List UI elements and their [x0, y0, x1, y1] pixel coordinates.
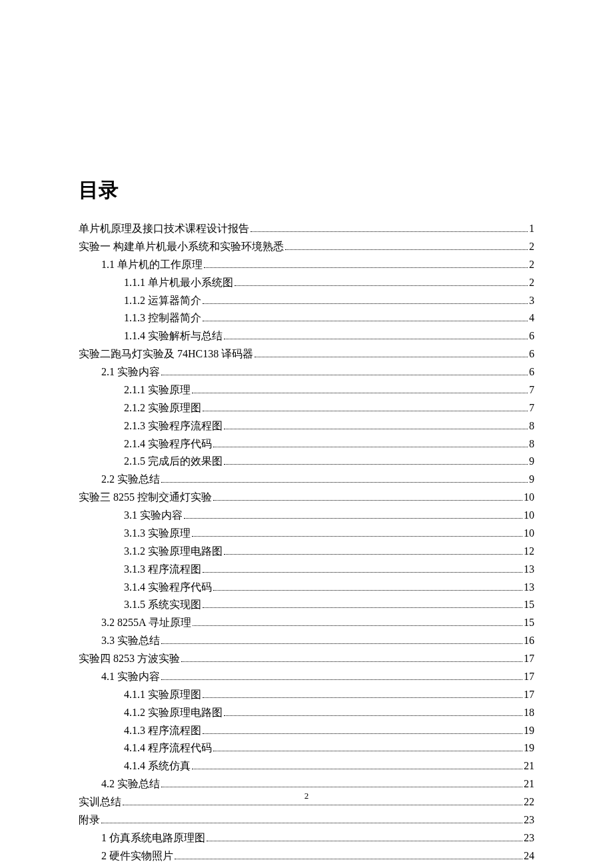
toc-leader-dots [161, 643, 522, 644]
toc-entry-page: 6 [529, 363, 534, 381]
toc-entry-page: 17 [524, 668, 534, 686]
toc-entry[interactable]: 实验二跑马灯实验及 74HC138 译码器6 [79, 345, 534, 363]
toc-entry[interactable]: 单片机原理及接口技术课程设计报告1 [79, 220, 534, 238]
toc-entry[interactable]: 2.1 实验内容6 [79, 363, 534, 381]
toc-entry-page: 3 [529, 292, 534, 310]
toc-entry-page: 8 [529, 435, 534, 453]
toc-entry[interactable]: 2.1.3 实验程序流程图8 [79, 417, 534, 435]
toc-entry[interactable]: 3.1.3 程序流程图13 [79, 561, 534, 579]
toc-entry[interactable]: 2 硬件实物照片24 [79, 847, 534, 865]
toc-entry-label: 3.1.2 实验原理电路图 [124, 543, 223, 561]
toc-leader-dots [184, 518, 522, 519]
toc-entry[interactable]: 3.2 8255A 寻址原理15 [79, 614, 534, 632]
toc-leader-dots [203, 321, 528, 321]
toc-entry-page: 8 [529, 417, 534, 435]
toc-entry-label: 4.1.3 程序流程图 [124, 722, 201, 740]
toc-leader-dots [207, 841, 522, 841]
toc-entry[interactable]: 1 仿真系统电路原理图23 [79, 829, 534, 847]
toc-entry[interactable]: 3.1.4 实验程序代码13 [79, 579, 534, 597]
toc-entry[interactable]: 4.1.3 程序流程图19 [79, 722, 534, 740]
toc-leader-dots [123, 805, 522, 805]
toc-leader-dots [204, 267, 528, 268]
toc-entry-label: 实验三 8255 控制交通灯实验 [79, 489, 212, 507]
toc-entry-page: 19 [524, 722, 534, 740]
toc-entry-label: 3.2 8255A 寻址原理 [101, 614, 191, 632]
toc-entry-page: 2 [529, 238, 534, 256]
toc-entry-label: 单片机原理及接口技术课程设计报告 [79, 220, 249, 238]
toc-leader-dots [161, 375, 528, 375]
toc-entry[interactable]: 1.1.3 控制器简介4 [79, 309, 534, 327]
toc-entry-label: 实验一 构建单片机最小系统和实验环境熟悉 [79, 238, 284, 256]
toc-leader-dots [255, 357, 528, 357]
toc-entry-label: 2.2 实验总结 [101, 471, 160, 489]
toc-entry-label: 实验四 8253 方波实验 [79, 650, 180, 668]
toc-entry-page: 23 [524, 829, 534, 847]
toc-entry[interactable]: 3.3 实验总结16 [79, 632, 534, 650]
toc-leader-dots [224, 429, 528, 429]
toc-entry-page: 1 [529, 220, 534, 238]
toc-entry-page: 17 [524, 650, 534, 668]
toc-leader-dots [203, 733, 522, 734]
toc-entry-label: 2.1.5 完成后的效果图 [124, 453, 223, 471]
toc-entry[interactable]: 2.2 实验总结9 [79, 471, 534, 489]
toc-entry-page: 2 [529, 256, 534, 274]
toc-leader-dots [203, 572, 522, 573]
toc-entry[interactable]: 4.1.2 实验原理电路图18 [79, 704, 534, 722]
toc-leader-dots [161, 482, 528, 483]
toc-entry[interactable]: 4.1.4 系统仿真21 [79, 757, 534, 775]
toc-entry[interactable]: 4.1 实验内容17 [79, 668, 534, 686]
toc-entry-label: 2.1.2 实验原理图 [124, 399, 201, 417]
toc-leader-dots [203, 697, 522, 698]
toc-entry[interactable]: 3.1.2 实验原理电路图12 [79, 543, 534, 561]
toc-leader-dots [224, 715, 522, 716]
toc-entry[interactable]: 2.1.2 实验原理图7 [79, 399, 534, 417]
toc-leader-dots [224, 339, 528, 339]
toc-entry-page: 10 [524, 507, 534, 525]
toc-entry-label: 1.1 单片机的工作原理 [101, 256, 203, 274]
toc-entry-page: 15 [524, 614, 534, 632]
toc-leader-dots [285, 249, 528, 250]
toc-entry[interactable]: 3.1 实验内容10 [79, 507, 534, 525]
toc-leader-dots [235, 285, 528, 286]
toc-leader-dots [192, 393, 528, 393]
toc-entry-label: 4.1.1 实验原理图 [124, 686, 201, 704]
toc-leader-dots [175, 859, 522, 859]
toc-entry[interactable]: 附录23 [79, 811, 534, 829]
toc-leader-dots [224, 554, 522, 555]
toc-leader-dots [203, 303, 528, 304]
toc-leader-dots [203, 607, 522, 608]
toc-entry-label: 实验二跑马灯实验及 74HC138 译码器 [79, 345, 253, 363]
toc-entry-page: 24 [524, 847, 534, 865]
toc-entry[interactable]: 1.1.2 运算器简介3 [79, 292, 534, 310]
toc-entry[interactable]: 4.1.4 程序流程代码19 [79, 739, 534, 757]
toc-entry[interactable]: 实验四 8253 方波实验17 [79, 650, 534, 668]
toc-entry[interactable]: 1.1.4 实验解析与总结6 [79, 327, 534, 345]
toc-entry-label: 3.3 实验总结 [101, 632, 160, 650]
toc-entry[interactable]: 实验三 8255 控制交通灯实验10 [79, 489, 534, 507]
toc-entry[interactable]: 2.1.1 实验原理7 [79, 381, 534, 399]
toc-entry-label: 2.1.4 实验程序代码 [124, 435, 212, 453]
toc-entry[interactable]: 4.1.1 实验原理图17 [79, 686, 534, 704]
toc-leader-dots [101, 823, 522, 823]
toc-title: 目录 [79, 177, 534, 204]
toc-entry[interactable]: 1.1 单片机的工作原理2 [79, 256, 534, 274]
toc-entry-page: 13 [524, 561, 534, 579]
toc-entry-page: 18 [524, 704, 534, 722]
toc-entry[interactable]: 2.1.5 完成后的效果图9 [79, 453, 534, 471]
toc-entry[interactable]: 3.1.3 实验原理10 [79, 525, 534, 543]
toc-entry-page: 10 [524, 489, 534, 507]
toc-entry-label: 1.1.3 控制器简介 [124, 309, 201, 327]
toc-entry-label: 3.1.5 系统实现图 [124, 596, 201, 614]
toc-entry-page: 2 [529, 274, 534, 292]
toc-leader-dots [193, 625, 522, 626]
toc-entry-page: 16 [524, 632, 534, 650]
toc-entry-page: 7 [529, 399, 534, 417]
toc-entry[interactable]: 3.1.5 系统实现图15 [79, 596, 534, 614]
toc-entry-page: 6 [529, 327, 534, 345]
toc-leader-dots [224, 464, 528, 465]
toc-entry[interactable]: 2.1.4 实验程序代码8 [79, 435, 534, 453]
toc-entry[interactable]: 实验一 构建单片机最小系统和实验环境熟悉2 [79, 238, 534, 256]
toc-entry[interactable]: 1.1.1 单片机最小系统图2 [79, 274, 534, 292]
toc-entry-label: 2.1 实验内容 [101, 363, 160, 381]
toc-entry-page: 19 [524, 739, 534, 757]
